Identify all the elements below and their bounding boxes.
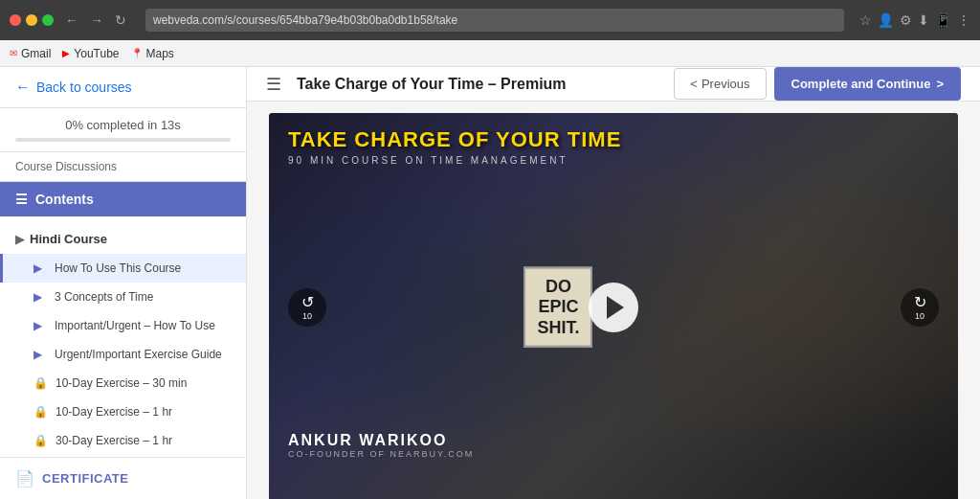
progress-bar-background <box>15 138 231 142</box>
lock-icon-5: 🔒 <box>33 376 48 390</box>
maximize-dot[interactable] <box>42 14 54 26</box>
sidebar: ← Back to courses 0% completed in 13s Co… <box>0 67 247 499</box>
maps-label: Maps <box>146 47 174 60</box>
lesson-label-2: 3 Concepts of Time <box>55 290 153 304</box>
youtube-label: YouTube <box>74 47 119 60</box>
lock-icon-6: 🔒 <box>33 405 48 419</box>
prev-chevron-icon: < <box>690 77 698 91</box>
sign-line-1: DO <box>537 276 579 297</box>
replay-10-button[interactable]: ↺ 10 <box>288 288 326 327</box>
video-icon-2: ▶ <box>33 290 47 304</box>
progress-text: 0% completed in 13s <box>65 118 181 132</box>
gmail-label: Gmail <box>21 47 51 60</box>
lesson-label-6: 10-Day Exercise – 1 hr <box>56 405 172 419</box>
progress-section: 0% completed in 13s <box>0 108 246 152</box>
app-container: ← Back to courses 0% completed in 13s Co… <box>0 67 980 499</box>
lesson-item-4[interactable]: ▶ Urgent/Important Exercise Guide <box>0 340 246 369</box>
sidebar-lesson-list: ▶ Hindi Course ▶ How To Use This Course … <box>0 216 246 457</box>
device-icon[interactable]: 📱 <box>935 12 951 28</box>
lesson-item-6[interactable]: 🔒 10-Day Exercise – 1 hr <box>0 397 246 426</box>
main-content: ☰ Take Charge of Your Time – Premium < P… <box>247 67 980 499</box>
download-icon[interactable]: ⬇ <box>918 12 929 28</box>
lesson-item-2[interactable]: ▶ 3 Concepts of Time <box>0 283 246 311</box>
video-icon-3: ▶ <box>33 319 47 332</box>
browser-nav: ← → ↻ <box>61 11 130 30</box>
course-title: Take Charge of Your Time – Premium <box>297 76 658 93</box>
person-title: CO-FOUNDER OF NEARBUY.COM <box>288 449 958 459</box>
complete-label: Complete and Continue <box>791 77 931 91</box>
video-icon-1: ▶ <box>33 261 47 275</box>
minimize-dot[interactable] <box>26 14 37 26</box>
back-label: Back to courses <box>36 79 132 95</box>
person-name: ANKUR WARIKOO <box>288 432 958 449</box>
menu-dots-icon[interactable]: ⋮ <box>957 12 970 28</box>
lesson-label-5: 10-Day Exercise – 30 min <box>56 376 187 390</box>
lesson-label-3: Important/Urgent – How To Use <box>55 319 215 332</box>
video-container: TAKE CHARGE OF YOUR TIME 90 MIN COURSE O… <box>247 102 980 499</box>
top-bar: ☰ Take Charge of Your Time – Premium < P… <box>247 67 980 102</box>
url-text: webveda.com/s/courses/654bba79e4b03b0ba0… <box>153 13 457 27</box>
nav-buttons: < Previous Complete and Continue > <box>674 67 961 101</box>
video-sign: DO EPIC SHIT. <box>523 266 592 348</box>
menu-icon[interactable]: ☰ <box>266 74 281 95</box>
previous-label: Previous <box>702 77 750 91</box>
forward-10-button[interactable]: ↻ 10 <box>901 288 939 327</box>
sign-line-2: EPIC <box>537 297 579 318</box>
hindi-course-header[interactable]: ▶ Hindi Course <box>0 224 246 254</box>
certificate-label: CERTIFICATE <box>42 471 128 486</box>
discussions-label: Course Discussions <box>15 160 117 173</box>
window-controls <box>10 14 54 26</box>
account-icon[interactable]: 👤 <box>878 12 894 28</box>
complete-continue-button[interactable]: Complete and Continue > <box>774 67 961 101</box>
video-thumbnail: TAKE CHARGE OF YOUR TIME 90 MIN COURSE O… <box>269 113 958 499</box>
back-to-courses-link[interactable]: ← Back to courses <box>15 79 231 96</box>
maps-icon: 📍 <box>131 48 143 58</box>
lesson-item-7[interactable]: 🔒 30-Day Exercise – 1 hr <box>0 426 246 455</box>
certificate-section[interactable]: 📄 CERTIFICATE <box>0 457 246 499</box>
bookmark-maps[interactable]: 📍 Maps <box>131 47 174 60</box>
lock-icon-7: 🔒 <box>33 434 48 447</box>
play-triangle-icon <box>607 296 624 319</box>
sidebar-top: ← Back to courses <box>0 67 246 108</box>
certificate-icon: 📄 <box>15 469 34 488</box>
youtube-icon: ▶ <box>62 48 70 58</box>
bookmark-youtube[interactable]: ▶ YouTube <box>62 47 119 60</box>
lesson-item-1[interactable]: ▶ How To Use This Course <box>0 254 246 283</box>
sign-line-3: SHIT. <box>537 317 579 338</box>
video-title-big: TAKE CHARGE OF YOUR TIME <box>288 128 621 151</box>
close-dot[interactable] <box>10 14 21 26</box>
section-chevron-icon: ▶ <box>15 233 24 246</box>
reload-button[interactable]: ↻ <box>111 11 130 30</box>
lesson-label-4: Urgent/Important Exercise Guide <box>55 348 222 361</box>
browser-chrome: ← → ↻ webveda.com/s/courses/654bba79e4b0… <box>0 0 980 40</box>
lesson-label-7: 30-Day Exercise – 1 hr <box>56 434 172 447</box>
lesson-item-3[interactable]: ▶ Important/Urgent – How To Use <box>0 311 246 340</box>
bookmark-bar: ✉ Gmail ▶ YouTube 📍 Maps <box>0 40 980 67</box>
back-arrow-icon: ← <box>15 79 31 96</box>
previous-button[interactable]: < Previous <box>674 68 766 100</box>
forward-browser-button[interactable]: → <box>86 11 107 30</box>
extension-icon[interactable]: ⚙ <box>900 12 912 28</box>
video-person-info: ANKUR WARIKOO CO-FOUNDER OF NEARBUY.COM <box>288 432 958 459</box>
bookmark-icon[interactable]: ☆ <box>859 12 872 28</box>
bookmark-gmail[interactable]: ✉ Gmail <box>10 47 51 60</box>
address-bar[interactable]: webveda.com/s/courses/654bba79e4b03b0ba0… <box>145 9 844 32</box>
browser-toolbar-icons: ☆ 👤 ⚙ ⬇ 📱 ⋮ <box>859 12 970 28</box>
complete-chevron-icon: > <box>936 77 944 91</box>
video-title-overlay: TAKE CHARGE OF YOUR TIME 90 MIN COURSE O… <box>288 128 621 166</box>
hindi-course-section: ▶ Hindi Course ▶ How To Use This Course … <box>0 216 246 457</box>
video-icon-4: ▶ <box>33 348 47 361</box>
course-discussions-link[interactable]: Course Discussions <box>0 152 246 182</box>
back-browser-button[interactable]: ← <box>61 11 82 30</box>
hamburger-icon: ☰ <box>15 192 28 207</box>
contents-label: Contents <box>35 192 94 207</box>
lesson-label-1: How To Use This Course <box>55 261 181 275</box>
video-player[interactable]: TAKE CHARGE OF YOUR TIME 90 MIN COURSE O… <box>269 113 958 499</box>
section-title: Hindi Course <box>30 232 107 246</box>
gmail-icon: ✉ <box>10 48 17 58</box>
play-button[interactable] <box>589 283 638 332</box>
video-subtitle: 90 MIN COURSE ON TIME MANAGEMENT <box>288 155 621 166</box>
contents-header[interactable]: ☰ Contents <box>0 182 246 216</box>
lesson-item-5[interactable]: 🔒 10-Day Exercise – 30 min <box>0 369 246 397</box>
